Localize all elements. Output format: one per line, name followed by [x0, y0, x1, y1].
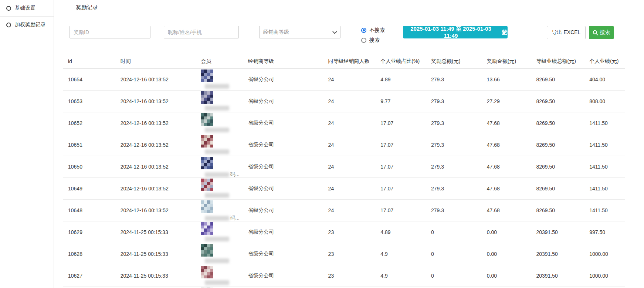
- member-cell: [196, 178, 243, 199]
- member-name-suffix: 码...: [230, 171, 240, 178]
- member-avatar: [201, 135, 213, 148]
- cell-level_total: 8269.50: [531, 200, 584, 221]
- cell-id: 10651: [63, 134, 116, 156]
- export-excel-button[interactable]: 导出 EXCEL: [547, 26, 586, 39]
- member-avatar: [201, 113, 213, 126]
- member-cell: [196, 91, 243, 112]
- sidebar-item-label: 基础设置: [15, 5, 35, 11]
- cell-reward_amount: 0.00: [482, 265, 532, 287]
- member-cell: 码...: [196, 156, 243, 177]
- cell-time: 2024-12-16 00:13:52: [116, 134, 196, 156]
- cell-level_total: 8269.50: [531, 91, 584, 112]
- table-row: 106512024-12-16 00:13:52省级分公司2417.07279.…: [63, 134, 625, 156]
- cell-time: 2024-11-25 00:15:33: [116, 265, 196, 287]
- cell-level_total: 20391.50: [531, 265, 584, 287]
- cell-ratio: 17.07: [376, 178, 426, 199]
- member-avatar: [201, 222, 213, 235]
- search-icon: [593, 30, 598, 35]
- cell-reward_amount: 27.29: [482, 91, 532, 112]
- table-row: 106492024-12-16 00:13:52省级分公司2417.07279.…: [63, 178, 625, 200]
- cell-ratio: 17.07: [376, 112, 426, 134]
- cell-ratio: 17.07: [376, 134, 426, 156]
- cell-ratio: 17.07: [376, 156, 426, 177]
- cell-personal: 1411.50: [584, 112, 625, 134]
- cell-level_total: 20391.50: [531, 243, 584, 265]
- radio-unselected-icon: [361, 38, 366, 43]
- member-cell: [196, 221, 243, 243]
- cell-level: 省级分公司: [243, 265, 323, 287]
- circle-icon: [6, 6, 11, 11]
- member-name-blurred: [205, 193, 229, 198]
- col-header-id: id: [63, 58, 116, 64]
- cell-peer_count: 24: [323, 200, 376, 221]
- cell-ratio: 17.07: [376, 200, 426, 221]
- member-name-blurred: [205, 258, 229, 263]
- cell-id: 10648: [63, 200, 116, 221]
- cell-reward_amount: 0.00: [482, 243, 532, 265]
- dealer-level-select[interactable]: 经销商等级: [259, 26, 340, 38]
- cell-personal: 404.00: [584, 69, 625, 90]
- cell-peer_count: 23: [323, 243, 376, 265]
- col-header-dealer-level: 经销商等级: [243, 58, 323, 65]
- member-cell: [196, 265, 243, 287]
- member-name-blurred: 码...: [205, 171, 240, 178]
- cell-time: 2024-12-16 00:13:52: [116, 200, 196, 221]
- table-header-row: id 时间 会员 经销商等级 同等级经销商人数 个人业绩占比(%) 奖励总额(元…: [63, 54, 625, 69]
- radio-search[interactable]: 搜索: [361, 37, 385, 44]
- member-cell: [196, 69, 243, 90]
- member-name-blurred: [205, 106, 229, 111]
- member-name-blurred: [205, 280, 229, 285]
- cell-personal: 997.50: [584, 221, 625, 243]
- table-row: 106482024-12-16 00:13:52码...省级分公司2417.07…: [63, 200, 625, 221]
- search-button-label: 搜索: [600, 29, 610, 36]
- cell-personal: 1411.50: [584, 200, 625, 221]
- cell-reward_total: 279.3: [426, 156, 482, 177]
- radio-no-search[interactable]: 不搜索: [361, 27, 385, 34]
- sidebar-item-label: 加权奖励记录: [15, 21, 46, 28]
- cell-id: 10649: [63, 178, 116, 199]
- cell-level_total: 8269.50: [531, 69, 584, 90]
- search-button[interactable]: 搜索: [589, 26, 614, 39]
- sidebar-item-weighted-reward-records[interactable]: 加权奖励记录: [0, 17, 54, 33]
- cell-id: 10652: [63, 112, 116, 134]
- member-avatar: [201, 200, 213, 213]
- reward-id-input[interactable]: [70, 26, 150, 38]
- member-avatar: [201, 91, 213, 104]
- cell-reward_total: 279.3: [426, 112, 482, 134]
- cell-level_total: 8269.50: [531, 134, 584, 156]
- cell-level: 省级分公司: [243, 134, 323, 156]
- cell-level: 省级分公司: [243, 69, 323, 90]
- member-name-blurred: 码...: [205, 215, 240, 221]
- cell-reward_total: 279.3: [426, 69, 482, 90]
- col-header-time: 时间: [116, 58, 196, 65]
- cell-reward_total: 0: [426, 221, 482, 243]
- cell-id: 10654: [63, 69, 116, 90]
- cell-personal: 1411.50: [584, 156, 625, 177]
- member-name-blurred: [205, 84, 229, 89]
- cell-reward_total: 0: [426, 243, 482, 265]
- chevron-down-icon: [332, 29, 337, 34]
- cell-personal: 1000.00: [584, 265, 625, 287]
- col-header-peer-count: 同等级经销商人数: [323, 58, 376, 65]
- cell-ratio: 4.89: [376, 69, 426, 90]
- cell-reward_total: 279.3: [426, 91, 482, 112]
- cell-level: 省级分公司: [243, 221, 323, 243]
- cell-ratio: 4.9: [376, 243, 426, 265]
- filter-toolbar: 经销商等级 不搜索 搜索 2025-01-03 11:49 至 2025-01-…: [54, 26, 644, 41]
- member-cell: [196, 134, 243, 156]
- cell-reward_amount: 47.68: [482, 134, 532, 156]
- col-header-reward-total: 奖励总额(元): [426, 58, 482, 65]
- date-range-button[interactable]: 2025-01-03 11:49 至 2025-01-03 11:49: [403, 26, 508, 38]
- sidebar-item-basic-settings[interactable]: 基础设置: [0, 0, 54, 17]
- cell-reward_amount: 13.66: [482, 69, 532, 90]
- radio-search-label: 搜索: [369, 37, 380, 44]
- cell-id: 10650: [63, 156, 116, 177]
- cell-time: 2024-11-25 00:15:33: [116, 221, 196, 243]
- member-cell: 码...: [196, 200, 243, 221]
- col-header-personal: 个人业绩(元): [584, 58, 625, 65]
- nickname-input[interactable]: [164, 26, 239, 38]
- main-content: 奖励记录 经销商等级 不搜索 搜索 2025-01-03 11:49 至 202…: [54, 0, 644, 288]
- cell-level_total: 8269.50: [531, 156, 584, 177]
- cell-time: 2024-12-16 00:13:52: [116, 91, 196, 112]
- circle-icon: [6, 23, 11, 27]
